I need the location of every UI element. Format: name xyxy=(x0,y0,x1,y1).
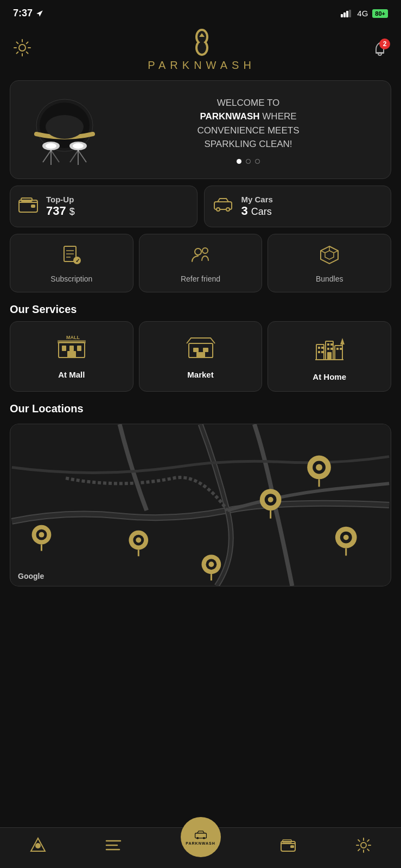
svg-point-108 xyxy=(196,837,199,839)
topup-currency: $ xyxy=(69,206,75,218)
subscription-card[interactable]: ✓ Subscription xyxy=(10,234,133,292)
google-label: Google xyxy=(18,572,44,580)
banner-welcome-text: WELCOME TO PARKNWASH WHERE CONVENIENCE M… xyxy=(117,96,380,151)
svg-rect-1 xyxy=(343,12,346,17)
svg-line-12 xyxy=(17,52,18,54)
svg-point-47 xyxy=(202,248,208,253)
svg-line-11 xyxy=(27,42,28,44)
wallet-icon xyxy=(18,196,39,217)
svg-point-4 xyxy=(19,44,26,51)
svg-rect-3 xyxy=(349,10,351,17)
svg-rect-68 xyxy=(321,347,323,349)
dot-1 xyxy=(237,159,241,164)
svg-rect-2 xyxy=(346,11,348,17)
svg-rect-18 xyxy=(375,52,384,54)
dot-2 xyxy=(246,159,251,164)
sun-icon xyxy=(13,39,31,61)
menu-nav-button[interactable] xyxy=(105,839,122,852)
network-type: 4G xyxy=(357,9,368,18)
svg-line-28 xyxy=(51,150,59,162)
services-section-title: Our Services xyxy=(0,299,401,321)
topup-info: Top-Up 737 $ xyxy=(46,195,75,218)
battery-indicator: 80+ xyxy=(372,9,388,18)
topup-card[interactable]: Top-Up 737 $ xyxy=(10,186,198,227)
svg-line-29 xyxy=(70,150,78,162)
refer-friend-icon xyxy=(191,245,211,269)
svg-point-113 xyxy=(361,843,366,848)
bundles-icon xyxy=(320,245,339,269)
subscription-icon: ✓ xyxy=(62,245,81,269)
svg-rect-107 xyxy=(195,833,206,838)
svg-rect-56 xyxy=(77,346,81,351)
grid-actions-row: ✓ Subscription Refer friend Bundles xyxy=(10,234,391,292)
dot-3 xyxy=(255,159,260,164)
subscription-svg: ✓ xyxy=(62,245,81,265)
at-home-label: At Home xyxy=(313,372,346,381)
svg-point-16 xyxy=(198,42,206,54)
svg-rect-62 xyxy=(193,348,199,352)
subscription-label: Subscription xyxy=(50,275,92,283)
topup-amount: 737 $ xyxy=(46,204,75,218)
settings-nav-button[interactable] xyxy=(355,837,372,853)
refer-svg xyxy=(191,245,211,265)
banner-image xyxy=(21,92,108,168)
at-home-card[interactable]: At Home xyxy=(268,321,391,392)
svg-rect-72 xyxy=(327,343,329,346)
svg-rect-58 xyxy=(58,340,86,343)
svg-point-98 xyxy=(343,535,349,540)
svg-rect-74 xyxy=(327,348,329,350)
bundles-card[interactable]: Bundles xyxy=(268,234,391,292)
cars-number: 3 xyxy=(241,204,248,218)
wallet-nav-button[interactable] xyxy=(280,838,296,852)
svg-point-21 xyxy=(46,115,84,139)
locations-section-title: Our Locations xyxy=(0,398,401,420)
svg-marker-49 xyxy=(325,251,334,259)
svg-rect-76 xyxy=(327,352,332,360)
svg-text:MALL: MALL xyxy=(66,335,80,340)
at-mall-label: At Mall xyxy=(58,370,85,379)
svg-point-103 xyxy=(35,843,41,848)
settings-nav-icon xyxy=(355,837,372,853)
car-icon xyxy=(212,196,234,216)
svg-rect-69 xyxy=(318,351,320,353)
topup-number: 737 xyxy=(46,204,66,218)
market-label: Market xyxy=(187,370,213,379)
notification-button[interactable]: 2 xyxy=(372,41,388,59)
svg-line-10 xyxy=(27,52,28,54)
svg-point-46 xyxy=(195,248,201,255)
svg-rect-81 xyxy=(342,344,343,348)
home-nav-button[interactable] xyxy=(30,837,46,853)
map-container[interactable]: Google xyxy=(10,424,391,586)
svg-point-109 xyxy=(202,837,205,839)
home-svg xyxy=(314,334,345,361)
svg-rect-75 xyxy=(330,348,333,350)
mycars-info: My Cars 3 Cars xyxy=(241,195,273,218)
market-icon xyxy=(186,334,216,363)
app-logo-area: PARKNWASH xyxy=(148,28,256,72)
svg-rect-57 xyxy=(67,351,76,358)
refer-friend-card[interactable]: Refer friend xyxy=(139,234,263,292)
status-bar: 7:37 4G 80+ xyxy=(0,0,401,22)
bundles-label: Bundles xyxy=(316,275,343,283)
wallet-svg xyxy=(18,196,39,213)
market-card[interactable]: Market xyxy=(139,321,263,392)
market-svg xyxy=(186,334,216,359)
center-car-icon xyxy=(194,829,208,840)
mycars-label: My Cars xyxy=(241,195,273,204)
svg-rect-78 xyxy=(336,348,339,350)
topup-label: Top-Up xyxy=(46,195,75,204)
svg-rect-67 xyxy=(318,347,320,349)
svg-point-86 xyxy=(39,532,44,538)
sun-svg xyxy=(13,39,31,57)
mycars-card[interactable]: My Cars 3 Cars xyxy=(204,186,392,227)
svg-point-25 xyxy=(73,143,84,149)
notification-badge: 2 xyxy=(379,39,390,49)
svg-line-26 xyxy=(43,150,51,162)
app-name: PARKNWASH xyxy=(148,59,256,72)
at-mall-card[interactable]: MALL At Mall xyxy=(10,321,133,392)
wallet-nav-icon xyxy=(280,838,296,852)
center-nav-button[interactable]: PARKNWASH xyxy=(181,817,221,857)
svg-rect-79 xyxy=(340,348,342,350)
header: PARKNWASH 2 xyxy=(0,22,401,74)
svg-rect-55 xyxy=(69,346,74,351)
